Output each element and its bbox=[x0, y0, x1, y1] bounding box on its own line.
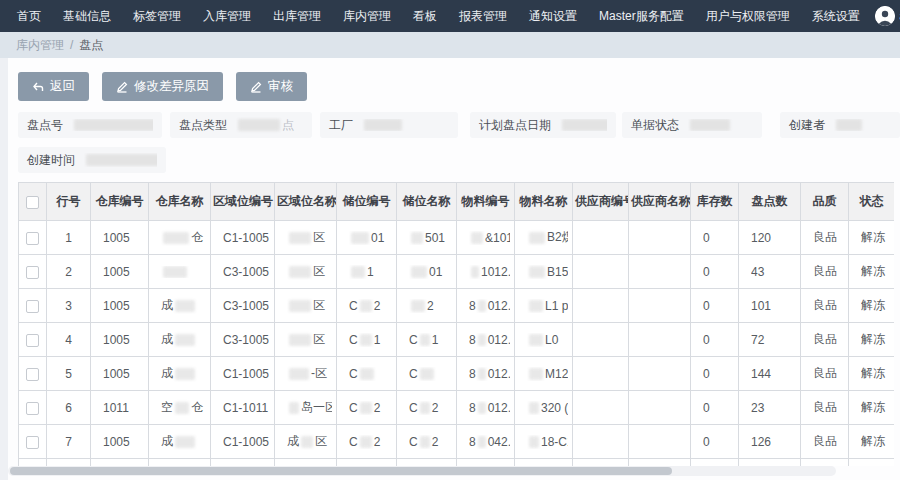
table-row[interactable]: 81005成品仓C3-1005CC018012...SB2 /0121良品解冻 bbox=[19, 459, 895, 467]
nav-item-报表管理[interactable]: 报表管理 bbox=[448, 0, 518, 32]
cell: 1005 bbox=[91, 323, 149, 357]
cell: 6 bbox=[47, 391, 91, 425]
table-row[interactable]: 61011空仓C1-1011岛一区C2C28012...320 (...023良… bbox=[19, 391, 895, 425]
field-label: 创建者 bbox=[789, 117, 825, 134]
horizontal-scrollbar-track[interactable] bbox=[8, 466, 836, 476]
table-row[interactable]: 71005成C1-1005成区C2C28042...18-C100126良品解冻 bbox=[19, 425, 895, 459]
nav-item-用户与权限管理[interactable]: 用户与权限管理 bbox=[695, 0, 801, 32]
cell: 成 bbox=[149, 289, 211, 323]
nav-item-库内管理[interactable]: 库内管理 bbox=[332, 0, 402, 32]
cell: 成 bbox=[149, 425, 211, 459]
redacted-text bbox=[351, 266, 365, 278]
table-row[interactable]: 21005C3-1005区1011012...B15043良品解冻 bbox=[19, 255, 895, 289]
user-avatar-icon[interactable] bbox=[875, 6, 895, 26]
row-checkbox[interactable] bbox=[26, 334, 39, 347]
table-row[interactable]: 31005成C3-1005区C228012...L1 plus0101良品解冻 bbox=[19, 289, 895, 323]
field-label: 盘点号 bbox=[27, 117, 63, 134]
cell: 01 bbox=[337, 221, 397, 255]
back-button[interactable]: 返回 bbox=[18, 72, 89, 101]
field-value[interactable] bbox=[362, 119, 449, 131]
cell-content: 良品 bbox=[813, 297, 844, 314]
cell: 区 bbox=[275, 323, 337, 357]
field-value[interactable] bbox=[72, 119, 153, 131]
cell-content: 良品 bbox=[813, 365, 844, 382]
row-select-cell bbox=[19, 425, 47, 459]
breadcrumb-section[interactable]: 库内管理 bbox=[16, 37, 64, 54]
cell: 120 bbox=[739, 221, 801, 255]
cell-content: 1005 bbox=[103, 333, 144, 347]
table-row[interactable]: 51005成C1-1005-区CC8012...M12...0144良品解冻 bbox=[19, 357, 895, 391]
cell: 仓 bbox=[149, 221, 211, 255]
cell-content: 120 bbox=[751, 231, 796, 245]
cell-content: C3-1005 bbox=[223, 299, 270, 313]
cell-content: 01 bbox=[349, 231, 392, 245]
cell: 良品 bbox=[801, 459, 849, 467]
cell: 0 bbox=[691, 323, 739, 357]
field-value[interactable] bbox=[834, 119, 891, 131]
nav-item-Master服务配置[interactable]: Master服务配置 bbox=[588, 0, 695, 32]
field-value[interactable]: 点 bbox=[236, 117, 303, 134]
row-select-cell bbox=[19, 323, 47, 357]
inventory-table-wrapper: 行号仓库编号仓库名称区域位编号区域位名称储位编号储位名称物料编号物料名称供应商编… bbox=[18, 182, 894, 466]
cell: C1-1005 bbox=[211, 357, 275, 391]
redacted-text bbox=[529, 402, 539, 414]
cell: C2 bbox=[397, 425, 457, 459]
nav-item-基础信息[interactable]: 基础信息 bbox=[52, 0, 122, 32]
cell: 成品仓 bbox=[149, 459, 211, 467]
cell: B15 bbox=[515, 255, 573, 289]
row-select-cell bbox=[19, 357, 47, 391]
content-panel: 返回 修改差异原因 审核 盘点号 盘点类型 点 工厂 bbox=[8, 58, 900, 480]
cell bbox=[573, 425, 629, 459]
cell: 101 bbox=[739, 289, 801, 323]
nav-item-通知设置[interactable]: 通知设置 bbox=[518, 0, 588, 32]
audit-button[interactable]: 审核 bbox=[236, 72, 307, 101]
row-checkbox[interactable] bbox=[26, 300, 39, 313]
row-checkbox[interactable] bbox=[26, 436, 39, 449]
nav-item-首页[interactable]: 首页 bbox=[6, 0, 52, 32]
nav-item-看板[interactable]: 看板 bbox=[402, 0, 448, 32]
nav-item-出库管理[interactable]: 出库管理 bbox=[262, 0, 332, 32]
select-all-checkbox[interactable] bbox=[26, 196, 39, 209]
row-checkbox[interactable] bbox=[26, 266, 39, 279]
cell: 4 bbox=[47, 323, 91, 357]
cell: C3-1005 bbox=[211, 459, 275, 467]
field-value[interactable]: :15 bbox=[84, 153, 157, 167]
field-value[interactable] bbox=[688, 119, 753, 131]
cell bbox=[629, 357, 691, 391]
field-inventory-type: 盘点类型 点 bbox=[170, 112, 312, 138]
cell: 8 bbox=[47, 459, 91, 467]
cell-content: 101 bbox=[751, 299, 796, 313]
cell: 0 bbox=[691, 357, 739, 391]
cell-content: C1-1011 bbox=[223, 401, 270, 415]
row-checkbox[interactable] bbox=[26, 232, 39, 245]
cell-content: 良品 bbox=[813, 399, 844, 416]
table-row[interactable]: 11005仓C1-1005区01501&1012...B2煤...0120良品解… bbox=[19, 221, 895, 255]
row-select-cell bbox=[19, 221, 47, 255]
field-value[interactable] bbox=[560, 119, 607, 131]
row-checkbox[interactable] bbox=[26, 402, 39, 415]
cell: C1 bbox=[337, 323, 397, 357]
cell: 8012... bbox=[457, 357, 515, 391]
nav-menu: 首页基础信息标签管理入库管理出库管理库内管理看板报表管理通知设置Master服务… bbox=[0, 0, 871, 32]
cell: 121 bbox=[739, 459, 801, 467]
cell: 良品 bbox=[801, 323, 849, 357]
cell-content: 8012... bbox=[469, 299, 510, 313]
cell-content: C2 bbox=[409, 401, 452, 415]
redacted-text bbox=[351, 232, 369, 244]
cell-content: 成 bbox=[161, 365, 206, 382]
row-checkbox[interactable] bbox=[26, 368, 39, 381]
row-select-cell bbox=[19, 391, 47, 425]
modify-diff-reason-button[interactable]: 修改差异原因 bbox=[102, 72, 223, 101]
nav-item-系统设置[interactable]: 系统设置 bbox=[801, 0, 871, 32]
redacted-text bbox=[529, 334, 543, 346]
back-button-label: 返回 bbox=[50, 78, 75, 95]
cell: 1 bbox=[337, 255, 397, 289]
field-inventory-no: 盘点号 bbox=[18, 112, 162, 138]
cell bbox=[149, 255, 211, 289]
nav-item-标签管理[interactable]: 标签管理 bbox=[122, 0, 192, 32]
table-row[interactable]: 41005成C3-1005区C1C18012...L0072良品解冻 bbox=[19, 323, 895, 357]
horizontal-scrollbar-thumb[interactable] bbox=[10, 467, 672, 475]
nav-item-入库管理[interactable]: 入库管理 bbox=[192, 0, 262, 32]
cell-content: C1 bbox=[409, 333, 452, 347]
user-menu[interactable]: a bbox=[875, 0, 900, 32]
